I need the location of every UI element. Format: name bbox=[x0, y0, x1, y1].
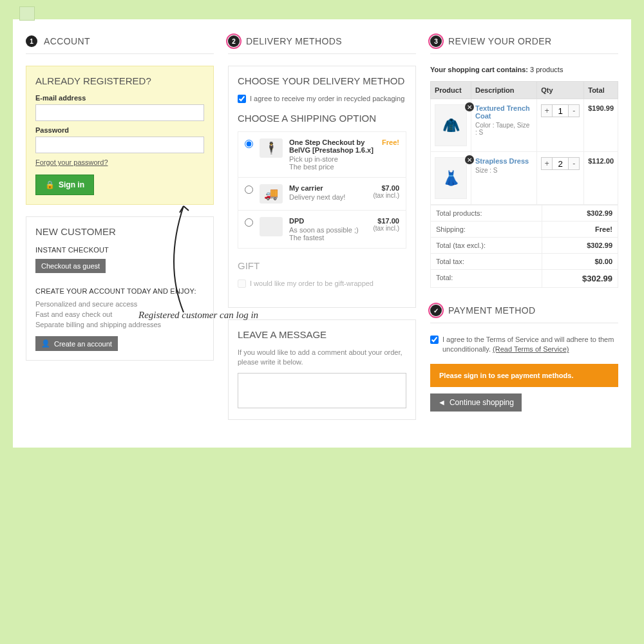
forgot-password-link[interactable]: Forgot your password? bbox=[35, 158, 108, 166]
tos-checkbox[interactable] bbox=[430, 336, 439, 344]
message-heading: LEAVE A MESSAGE bbox=[238, 329, 406, 340]
user-icon: 👤 bbox=[41, 339, 50, 348]
shipping-price: Free! bbox=[382, 138, 399, 146]
continue-shopping-button[interactable]: ◄ Continue shopping bbox=[430, 393, 522, 412]
shipping-note2: The best price bbox=[289, 163, 375, 171]
shipping-price: $17.00(tax incl.) bbox=[373, 217, 399, 232]
grand-total-label: Total: bbox=[431, 270, 542, 288]
email-label: E-mail address bbox=[35, 94, 204, 102]
gift-heading: GIFT bbox=[238, 260, 406, 271]
payment-header: ✓ PAYMENT METHOD bbox=[430, 305, 618, 323]
carrier-icon bbox=[260, 217, 283, 236]
total-tax-label: Total tax: bbox=[431, 254, 542, 270]
product-attr: Color : Taupe, Size : S bbox=[475, 122, 533, 136]
cart-intro-b: 3 products bbox=[530, 66, 563, 73]
shipping-note: As soon as possible ;) bbox=[289, 226, 366, 234]
continue-label: Continue shopping bbox=[450, 398, 514, 407]
logo bbox=[19, 6, 35, 21]
qty-minus-button[interactable]: - bbox=[568, 157, 580, 170]
password-field[interactable] bbox=[35, 137, 204, 153]
login-box: ALREADY REGISTERED? E-mail address Passw… bbox=[26, 66, 214, 205]
message-textarea[interactable] bbox=[238, 373, 406, 408]
delivery-box: CHOOSE YOUR DELIVERY METHOD I agree to r… bbox=[228, 66, 416, 308]
gift-label: I would like my order to be gift-wrapped bbox=[250, 279, 374, 289]
login-heading: ALREADY REGISTERED? bbox=[35, 75, 204, 86]
total-products-value: $302.99 bbox=[542, 205, 618, 222]
qty-plus-button[interactable]: + bbox=[541, 104, 553, 117]
qty-input[interactable] bbox=[553, 157, 568, 170]
message-box: LEAVE A MESSAGE If you would like to add… bbox=[228, 319, 416, 420]
create-account-button[interactable]: 👤 Create an account bbox=[35, 336, 118, 351]
product-thumbnail: 🧥✕ bbox=[435, 104, 467, 146]
total-products-label: Total products: bbox=[431, 205, 542, 222]
remove-icon[interactable]: ✕ bbox=[465, 102, 474, 111]
quantity-stepper: +- bbox=[541, 157, 580, 170]
shipping-option[interactable]: DPDAs soon as possible ;)The fastest$17.… bbox=[238, 211, 406, 248]
choose-method-heading: CHOOSE YOUR DELIVERY METHOD bbox=[238, 75, 406, 86]
instant-checkout-label: INSTANT CHECKOUT bbox=[35, 246, 204, 254]
chevron-left-icon: ◄ bbox=[438, 398, 446, 407]
checkout-guest-button[interactable]: Checkout as guest bbox=[35, 259, 106, 273]
product-attr: Size : S bbox=[475, 167, 533, 174]
email-field[interactable] bbox=[35, 104, 204, 121]
create-account-label: Create an account bbox=[54, 340, 112, 348]
recycled-label: I agree to receive my order in recycled … bbox=[250, 94, 404, 104]
qty-plus-button[interactable]: + bbox=[541, 157, 553, 170]
delivery-header: 2 DELIVERY METHODS bbox=[228, 35, 416, 54]
shipping-price: $7.00(tax incl.) bbox=[373, 184, 399, 199]
line-total: $190.99 bbox=[584, 99, 618, 152]
qty-minus-button[interactable]: - bbox=[568, 104, 580, 117]
th-product: Product bbox=[431, 82, 471, 99]
cart-intro: Your shopping cart contains: 3 products bbox=[430, 66, 618, 73]
carrier-icon: 🕴️ bbox=[260, 138, 283, 158]
benefit-1: Personalized and secure access bbox=[35, 300, 204, 308]
total-tax-value: $0.00 bbox=[542, 254, 618, 270]
th-total: Total bbox=[584, 82, 618, 99]
new-customer-heading: NEW CUSTOMER bbox=[35, 226, 204, 237]
remove-icon[interactable]: ✕ bbox=[465, 155, 474, 164]
tos-link[interactable]: (Read Terms of Service) bbox=[493, 345, 569, 354]
total-excl-label: Total (tax excl.): bbox=[431, 238, 542, 254]
shipping-option[interactable]: 🚚My carrierDelivery next day!$7.00(tax i… bbox=[238, 178, 406, 211]
table-row: 🧥✕Textured Trench CoatColor : Taupe, Siz… bbox=[431, 99, 618, 152]
line-total: $112.00 bbox=[584, 152, 618, 205]
step-badge-3: 3 bbox=[430, 35, 442, 47]
shipping-note: Delivery next day! bbox=[289, 193, 366, 201]
step-badge-payment: ✓ bbox=[430, 305, 442, 316]
shipping-option[interactable]: 🕴️One Step Checkout by BelVG [Prestashop… bbox=[238, 132, 406, 178]
cart-intro-a: Your shopping cart contains: bbox=[430, 66, 528, 73]
totals-table: Total products:$302.99 Shipping:Free! To… bbox=[430, 205, 618, 288]
shipping-radio[interactable] bbox=[245, 218, 253, 227]
choose-shipping-heading: CHOOSE A SHIPPING OPTION bbox=[238, 113, 406, 124]
shipping-radio[interactable] bbox=[245, 140, 253, 148]
step-badge-1: 1 bbox=[26, 35, 37, 47]
account-title: ACCOUNT bbox=[44, 36, 90, 46]
signin-button[interactable]: 🔒 Sign in bbox=[35, 175, 94, 195]
review-header: 3 REVIEW YOUR ORDER bbox=[430, 35, 618, 54]
benefit-2: Fast and easy check out bbox=[35, 310, 204, 318]
shipping-name: My carrier bbox=[289, 184, 366, 192]
cart-table: Product Description Qty Total 🧥✕Textured… bbox=[430, 81, 618, 205]
recycled-checkbox[interactable] bbox=[238, 95, 246, 103]
message-hint: If you would like to add a comment about… bbox=[238, 348, 406, 368]
signin-label: Sign in bbox=[59, 180, 84, 189]
shipping-name: One Step Checkout by BelVG [Prestashop 1… bbox=[289, 138, 375, 154]
shipping-tax: (tax incl.) bbox=[373, 225, 399, 232]
account-header: 1 ACCOUNT bbox=[26, 35, 214, 54]
shipping-value: Free! bbox=[542, 222, 618, 238]
product-thumbnail: 👗✕ bbox=[435, 157, 467, 199]
shipping-radio[interactable] bbox=[245, 185, 253, 194]
qty-input[interactable] bbox=[553, 104, 568, 117]
shipping-note2: The fastest bbox=[289, 234, 366, 242]
gift-checkbox[interactable] bbox=[238, 279, 246, 288]
tos-text: I agree to the Terms of Service and will… bbox=[442, 335, 618, 355]
signin-alert: Please sign in to see payment methods. bbox=[430, 364, 618, 387]
review-title: REVIEW YOUR ORDER bbox=[448, 36, 552, 46]
product-name[interactable]: Textured Trench Coat bbox=[475, 104, 533, 120]
payment-title: PAYMENT METHOD bbox=[448, 305, 536, 316]
table-row: 👗✕Strapless DressSize : S+-$112.00 bbox=[431, 152, 618, 205]
create-account-heading: CREATE YOUR ACCOUNT TODAY AND ENJOY: bbox=[35, 287, 204, 295]
shipping-tax: (tax incl.) bbox=[373, 192, 399, 199]
quantity-stepper: +- bbox=[541, 104, 580, 117]
product-name[interactable]: Strapless Dress bbox=[475, 157, 533, 165]
